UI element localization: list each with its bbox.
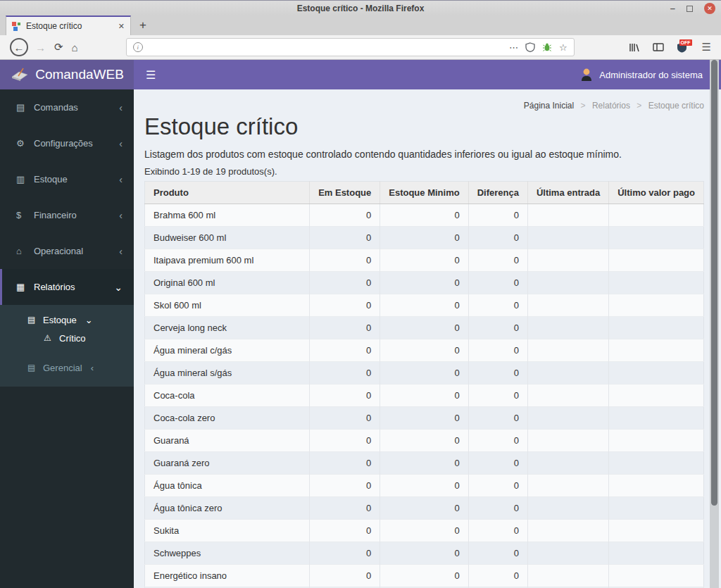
chevron-left-icon: ‹: [119, 102, 123, 113]
results-summary: Exibindo 1-19 de 19 produtos(s).: [144, 166, 704, 177]
page-title: Estoque crítico: [144, 113, 704, 140]
table-body: Brahma 600 ml000Budweiser 600 ml000Itaip…: [145, 204, 704, 588]
table-cell: 0: [310, 227, 380, 249]
home-button[interactable]: ⌂: [72, 42, 78, 54]
tab-estoque-critico[interactable]: Estoque crítico ✕: [6, 15, 131, 35]
table-row: Brahma 600 ml000: [145, 204, 704, 227]
table-cell: 0: [310, 407, 380, 430]
table-cell: [527, 204, 608, 227]
table-cell: 0: [310, 362, 380, 384]
table-cell: Energético insano: [145, 565, 310, 587]
breadcrumb-separator: >: [637, 101, 641, 111]
table-row: Coca-cola zero000: [145, 407, 704, 430]
table-cell: 0: [468, 227, 527, 249]
table-cell: [609, 520, 704, 542]
column-header: Estoque Minimo: [380, 182, 468, 204]
table-row: Schweppes000: [145, 542, 704, 565]
table-cell: [527, 227, 608, 249]
list-icon: ▤: [27, 315, 43, 325]
sidebar-item-relatorios[interactable]: ▦ Relatórios ⌄: [0, 269, 134, 305]
sidebar-item-configuracoes[interactable]: ⚙ Configurações ‹: [0, 125, 134, 161]
bookmark-star-icon[interactable]: ☆: [559, 42, 568, 53]
table-cell: [609, 430, 704, 452]
sidebar-item-operacional[interactable]: ⌂ Operacional ‹: [0, 233, 134, 269]
scrollbar-thumb[interactable]: [711, 60, 717, 506]
new-tab-button[interactable]: +: [131, 15, 155, 35]
chevron-down-icon: ⌄: [114, 282, 123, 293]
table-cell: Budweiser 600 ml: [145, 227, 310, 249]
table-cell: [527, 475, 608, 497]
sidebar-item-label: Comandas: [34, 102, 78, 113]
table-cell: Cerveja long neck: [145, 317, 310, 339]
home-icon: ⌂: [16, 246, 34, 256]
table-cell: 0: [310, 249, 380, 272]
minimize-button[interactable]: –: [670, 5, 675, 12]
submenu-item-estoque[interactable]: ▤ Estoque ⌄: [0, 311, 134, 329]
table-cell: 0: [310, 204, 380, 227]
table-cell: Coca-cola: [145, 384, 310, 407]
chevron-left-icon: ‹: [91, 363, 94, 373]
table-row: Budweiser 600 ml000: [145, 227, 704, 249]
extension-bug-icon[interactable]: [542, 42, 552, 52]
table-cell: 0: [380, 339, 468, 362]
close-button[interactable]: ✕: [704, 3, 715, 14]
table-cell: 0: [310, 452, 380, 475]
chevron-down-icon: ⌄: [85, 315, 93, 325]
table-cell: Água tônica: [145, 475, 310, 497]
sidebar-item-comandas[interactable]: ▤ Comandas ‹: [0, 89, 134, 125]
table-cell: 0: [468, 542, 527, 565]
table-header-row: ProdutoEm EstoqueEstoque MinimoDiferença…: [145, 182, 704, 204]
submenu-item-label: Crítico: [59, 333, 86, 344]
sidebars-icon[interactable]: [653, 42, 664, 52]
table-cell: 0: [468, 475, 527, 497]
submenu-item-gerencial[interactable]: ▤ Gerencial ‹: [0, 358, 134, 377]
breadcrumb-separator: >: [581, 101, 586, 111]
avatar: [580, 68, 593, 82]
sidebar-item-label: Financeiro: [34, 210, 77, 220]
table-cell: 0: [310, 565, 380, 587]
tab-close-icon[interactable]: ✕: [118, 22, 125, 31]
menu-hamburger-icon[interactable]: ☰: [702, 41, 711, 54]
back-button[interactable]: ←: [10, 38, 28, 56]
site-info-icon[interactable]: i: [133, 42, 143, 52]
sidebar-item-estoque[interactable]: ▥ Estoque ‹: [0, 161, 134, 197]
shield-icon[interactable]: [525, 42, 535, 52]
table-cell: [527, 294, 608, 317]
gear-icon: ⚙: [16, 138, 34, 149]
table-cell: 0: [310, 475, 380, 497]
user-menu[interactable]: Administrador do sistema: [580, 68, 721, 82]
breadcrumb-home-link[interactable]: Página Inicial: [524, 101, 574, 111]
table-cell: 0: [380, 407, 468, 430]
table-cell: 0: [468, 362, 527, 384]
page-scrollbar[interactable]: [710, 60, 719, 588]
relatorios-submenu: ▤ Estoque ⌄ ⚠ Crítico ▤ Gerencial ‹: [0, 305, 134, 387]
table-cell: [609, 565, 704, 587]
page-actions-icon[interactable]: ⋯: [509, 42, 518, 53]
table-cell: 0: [380, 227, 468, 249]
dollar-icon: $: [16, 210, 34, 220]
sidebar-toggle-icon[interactable]: ☰: [134, 68, 168, 82]
url-bar[interactable]: i ⋯ ☆: [126, 38, 575, 56]
window-controls: – ✕: [670, 1, 715, 16]
table-cell: Coca-cola zero: [145, 407, 310, 430]
ublock-extension-icon[interactable]: OFF: [677, 42, 689, 53]
table-row: Cerveja long neck000: [145, 317, 704, 339]
table-cell: 0: [468, 204, 527, 227]
brand-logo[interactable]: ComandaWEB: [0, 60, 134, 89]
sidebar: ▤ Comandas ‹ ⚙ Configurações ‹ ▥ Estoque…: [0, 89, 134, 588]
table-cell: [609, 362, 704, 384]
maximize-button[interactable]: [686, 6, 693, 12]
table-cell: 0: [468, 407, 527, 430]
table-cell: Água mineral c/gás: [145, 339, 310, 362]
tab-favicon-icon: [12, 22, 21, 31]
table-cell: [609, 475, 704, 497]
library-icon[interactable]: [629, 42, 640, 53]
reload-button[interactable]: ⟳: [54, 41, 63, 54]
breadcrumb-relatorios-link[interactable]: Relatórios: [592, 101, 630, 111]
table-cell: [527, 249, 608, 272]
sidebar-item-financeiro[interactable]: $ Financeiro ‹: [0, 197, 134, 233]
list-icon: ▤: [27, 363, 43, 373]
submenu-item-label: Estoque: [43, 315, 77, 325]
submenu-item-critico[interactable]: ⚠ Crítico: [0, 329, 134, 347]
forward-button[interactable]: →: [35, 42, 46, 54]
